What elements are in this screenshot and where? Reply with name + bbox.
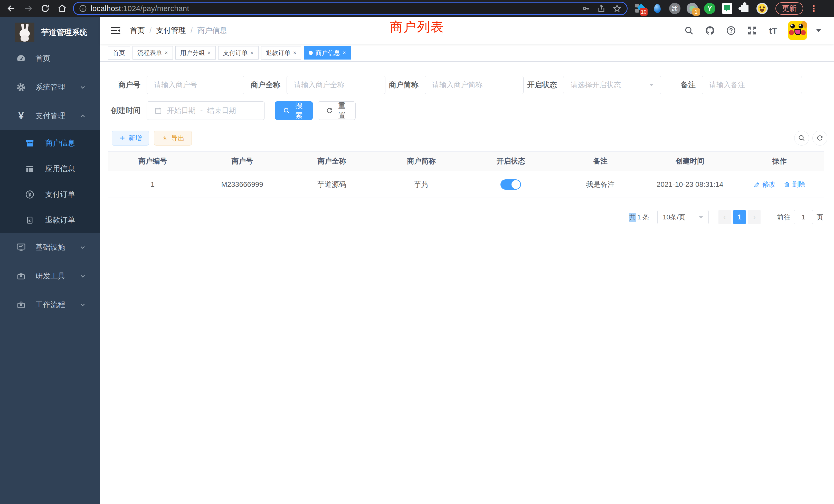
sidebar-item-home[interactable]: 首页 [0,44,100,73]
prev-page-button[interactable]: ‹ [719,210,731,224]
home-icon[interactable] [56,2,69,15]
reset-button[interactable]: 重置 [318,101,356,120]
search-button[interactable]: 搜索 [275,101,313,120]
extensions-puzzle-icon[interactable] [739,3,750,14]
sidebar-item-app-info[interactable]: 应用信息 [0,156,100,182]
filter-remark: 备注 [665,76,802,94]
delete-link[interactable]: 删除 [784,180,806,189]
next-page-button[interactable]: › [748,210,761,224]
font-size-icon[interactable]: tT [767,25,779,37]
filter-merchant-no: 商户号 [105,76,244,94]
address-bar[interactable]: localhost:1024/pay/merchant [73,2,628,15]
cell-full-name: 芋道源码 [287,180,377,189]
sidebar-item-system[interactable]: 系统管理 [0,73,100,101]
tab-refund-order[interactable]: 退款订单× [261,46,302,60]
shop-icon [25,138,35,148]
goto-page-input[interactable] [794,210,813,224]
filter-label: 创建时间 [105,106,147,116]
tab-user-group[interactable]: 用户分组× [175,46,216,60]
url-path: :1024/pay/merchant [121,4,189,13]
app-title: 芋道管理系统 [41,27,87,38]
column-header: 商户全称 [287,156,377,166]
help-icon[interactable] [725,25,737,37]
remark-input[interactable] [709,81,794,89]
filter-label: 商户简称 [377,80,425,90]
close-icon[interactable]: × [164,49,168,56]
tab-pay-order[interactable]: 支付订单× [218,46,259,60]
sidebar-item-workflow[interactable]: 工作流程 [0,291,100,319]
sidebar-item-label: 基础设施 [36,242,79,253]
extension-y-icon[interactable]: Y [704,3,716,14]
sidebar-item-refund-order[interactable]: 退款订单 [0,207,100,233]
chevron-down-icon [79,273,86,280]
extension-pin-icon[interactable] [652,3,663,14]
sidebar-item-dev-tools[interactable]: 研发工具 [0,262,100,291]
refresh-table-button[interactable] [812,131,827,145]
reload-icon[interactable] [39,2,52,15]
page-1-button[interactable]: 1 [733,210,746,224]
sidebar-item-label: 工作流程 [36,300,79,310]
extension-status-icon[interactable]: 1 [687,3,698,14]
export-button[interactable]: 导出 [154,131,192,145]
merchant-no-input[interactable] [154,81,237,89]
trash-icon [784,181,790,188]
url-host: localhost [91,4,121,13]
sidebar-logo[interactable]: 芋道管理系统 [15,23,87,42]
sidebar-item-pay-order[interactable]: 支付订单 [0,182,100,207]
avatar-caret-icon[interactable] [816,29,821,32]
sidebar-item-infrastructure[interactable]: 基础设施 [0,233,100,262]
sidebar-item-label: 商户信息 [45,138,75,148]
breadcrumb-payment[interactable]: 支付管理 [156,25,186,36]
search-icon[interactable] [683,25,695,37]
close-icon[interactable]: × [207,49,211,56]
add-button[interactable]: 新增 [112,131,149,145]
full-name-input[interactable] [294,81,378,89]
user-avatar[interactable] [788,21,807,40]
fullscreen-icon[interactable] [746,25,758,37]
extension-command-icon[interactable]: ⌘ [669,3,680,14]
close-icon[interactable]: × [343,49,346,56]
cell-merchant-id: 1 [108,180,197,189]
column-header: 商户简称 [376,156,466,166]
site-info-icon[interactable] [79,4,87,13]
tab-merchant-info[interactable]: 商户信息× [304,46,351,60]
sidebar-item-merchant-info[interactable]: 商户信息 [0,130,100,156]
short-name-input[interactable] [432,81,516,89]
tab-process-form[interactable]: 流程表单× [132,46,173,60]
close-icon[interactable]: × [293,49,297,56]
url-text[interactable]: localhost:1024/pay/merchant [91,4,578,13]
extension-blocks-icon[interactable]: 10 [634,3,645,14]
chrome-update-button[interactable]: 更新 [775,2,803,15]
breadcrumb-separator: / [150,26,152,35]
sidebar-item-payment[interactable]: ¥ 支付管理 [0,101,100,130]
extension-badge: 1 [692,8,700,16]
bookmark-star-icon[interactable] [612,4,622,13]
status-select[interactable]: 请选择开启状态 [563,76,661,94]
edit-pencil-icon [754,181,760,188]
breadcrumb-separator: / [191,26,193,35]
back-icon[interactable] [5,2,18,15]
github-icon[interactable] [704,25,716,37]
share-icon[interactable] [597,4,606,13]
main-area: 首页 / 支付管理 / 商户信息 [100,17,834,504]
sidebar-collapse-icon[interactable] [110,25,121,36]
tab-home[interactable]: 首页 [108,46,130,60]
status-toggle[interactable] [501,179,521,190]
page-size-select[interactable]: 10条/页 [657,210,709,224]
close-icon[interactable]: × [250,49,254,56]
password-key-icon[interactable] [581,4,590,13]
show-search-toggle-button[interactable] [794,131,809,145]
edit-link[interactable]: 修改 [754,180,776,189]
column-header: 创建时间 [645,156,735,166]
chevron-down-icon [79,301,86,308]
breadcrumb-home[interactable]: 首页 [130,25,145,36]
profile-avatar-icon[interactable] [756,3,768,14]
date-range-picker[interactable]: 开始日期 - 结束日期 [147,101,265,120]
filter-full-name: 商户全称 [239,76,386,94]
sidebar-item-label: 支付订单 [45,189,75,200]
forward-icon[interactable] [22,2,35,15]
chrome-menu-icon[interactable]: ⋮ [809,3,818,14]
extension-doc-icon[interactable] [722,3,733,14]
cell-create-time: 2021-10-23 08:31:14 [645,180,735,189]
grid-icon [25,164,35,174]
